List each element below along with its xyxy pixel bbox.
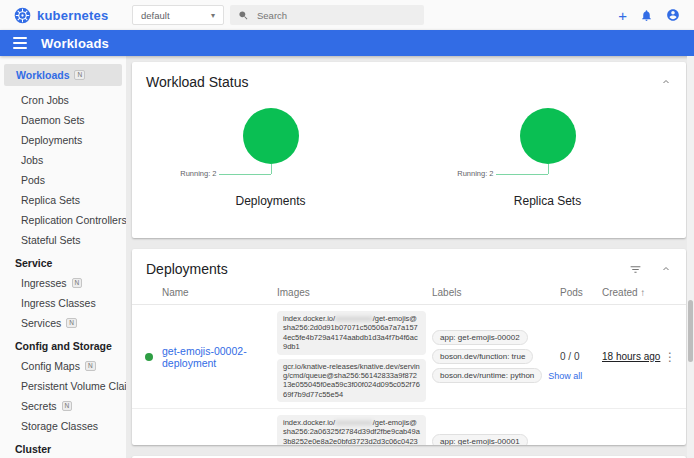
user-account-icon[interactable] <box>666 8 680 22</box>
sidebar-section-service: Service <box>0 250 126 273</box>
deployments-pie-chart: Running: 2 Deployments <box>132 98 409 226</box>
workload-status-title: Workload Status <box>146 74 248 90</box>
legend-connector <box>496 174 548 175</box>
sidebar-item-config-maps[interactable]: Config Maps N <box>0 356 126 376</box>
workload-status-card: Workload Status Running: 2 Deployments <box>132 62 686 238</box>
status-running-icon[interactable] <box>145 353 153 361</box>
collapse-chevron-up-icon[interactable] <box>660 76 672 88</box>
sidebar-item-storage-classes[interactable]: Storage Classes <box>0 416 126 436</box>
show-all-link[interactable]: Show all <box>548 371 582 381</box>
search-input[interactable] <box>257 10 397 21</box>
namespaced-badge: N <box>74 70 85 81</box>
image-chip: gcr.io/knative-releases/knative.dev/serv… <box>277 359 426 403</box>
sidebar-nav: Workloads N Cron Jobs Daemon Sets Deploy… <box>0 56 126 458</box>
sidebar-item-label: Persistent Volume Claims <box>21 380 126 392</box>
notifications-bell-icon[interactable] <box>640 9 653 22</box>
legend-connector <box>271 164 272 174</box>
sidebar-item-cron-jobs[interactable]: Cron Jobs <box>0 90 126 110</box>
page-toolbar: Workloads <box>0 30 694 56</box>
sidebar-item-label: Replication Controllers <box>21 214 126 226</box>
deployment-name-link[interactable]: get-emojis-00002-deployment <box>162 345 277 369</box>
table-row: get-emojis-00001-deployment index.docker… <box>132 409 686 445</box>
column-header-labels[interactable]: Labels <box>432 287 560 298</box>
sort-ascending-icon: ↑ <box>640 287 645 298</box>
replica-sets-pie-chart: Running: 2 Replica Sets <box>409 98 686 226</box>
column-header-images[interactable]: Images <box>277 287 432 298</box>
kubernetes-dashboard: kubernetes default ▾ + <box>0 0 694 458</box>
image-text: index.docker.io/ <box>283 314 335 323</box>
search-icon <box>238 10 249 21</box>
sidebar-item-ingress-classes[interactable]: Ingress Classes <box>0 293 126 313</box>
menu-hamburger-icon[interactable] <box>13 37 27 49</box>
sidebar-item-secrets[interactable]: Secrets N <box>0 396 126 416</box>
namespaced-badge: N <box>62 401 73 412</box>
namespace-value: default <box>141 10 170 21</box>
sidebar-item-ingresses[interactable]: Ingresses N <box>0 273 126 293</box>
column-header-created[interactable]: Created ↑ <box>602 287 656 298</box>
legend-connector <box>219 174 271 175</box>
sidebar-item-deployments[interactable]: Deployments <box>0 130 126 150</box>
row-menu-kebab-icon[interactable]: ⋮ <box>656 350 684 364</box>
sidebar-item-label: Config Maps <box>21 360 80 372</box>
label-chip: boson.dev/function: true <box>432 349 533 364</box>
sidebar-item-label: Ingresses <box>21 277 67 289</box>
sidebar-item-pods[interactable]: Pods <box>0 170 126 190</box>
table-row: get-emojis-00002-deployment index.docker… <box>132 305 686 409</box>
pie-legend: Running: 2 <box>180 169 216 178</box>
column-header-pods[interactable]: Pods <box>560 287 602 298</box>
redacted-username: xxxxxxxxxx <box>335 314 373 323</box>
sidebar-item-label: Deployments <box>21 134 82 146</box>
kubernetes-wheel-icon <box>14 7 31 24</box>
sidebar-item-label: Storage Classes <box>21 420 98 432</box>
search-bar[interactable] <box>230 5 424 25</box>
sidebar-section-config-storage: Config and Storage <box>0 333 126 356</box>
image-chip: index.docker.io/xxxxxxxxxx/get-emojis@sh… <box>277 415 426 445</box>
kubernetes-logo[interactable]: kubernetes <box>0 7 126 24</box>
sidebar-item-label: Pods <box>21 174 45 186</box>
pie-legend: Running: 2 <box>457 169 493 178</box>
legend-connector <box>548 164 549 174</box>
filter-icon[interactable] <box>629 263 642 276</box>
column-header-label: Created <box>602 287 638 298</box>
sidebar-item-services[interactable]: Services N <box>0 313 126 333</box>
pods-count: 0 / 0 <box>560 351 602 362</box>
sidebar-item-label: Services <box>21 317 61 329</box>
sidebar-item-label: Workloads <box>16 69 69 81</box>
deployments-card: Deployments Name Images Labels <box>132 249 686 445</box>
pie-slice-running[interactable] <box>520 108 576 164</box>
scrollbar-thumb[interactable] <box>688 300 693 362</box>
sidebar-item-jobs[interactable]: Jobs <box>0 150 126 170</box>
namespace-selector[interactable]: default ▾ <box>132 5 224 25</box>
namespaced-badge: N <box>85 361 96 372</box>
sidebar-item-replication-controllers[interactable]: Replication Controllers <box>0 210 126 230</box>
chart-title: Deployments <box>132 194 409 208</box>
column-header-name[interactable]: Name <box>162 287 277 298</box>
sidebar-item-label: Daemon Sets <box>21 114 85 126</box>
namespaced-badge: N <box>66 318 77 329</box>
sidebar-item-persistent-volume-claims[interactable]: Persistent Volume Claims N <box>0 376 126 396</box>
sidebar-item-stateful-sets[interactable]: Stateful Sets <box>0 230 126 250</box>
image-chip: index.docker.io/xxxxxxxxxx/get-emojis@sh… <box>277 311 426 355</box>
sidebar-item-label: Replica Sets <box>21 194 80 206</box>
image-text: index.docker.io/ <box>283 418 335 427</box>
sidebar-item-daemon-sets[interactable]: Daemon Sets <box>0 110 126 130</box>
labels-cell: app: get-emojis-00001 boson.dev/function… <box>432 434 560 445</box>
deployments-title: Deployments <box>146 261 228 277</box>
chevron-down-icon: ▾ <box>211 11 215 20</box>
label-chip: app: get-emojis-00002 <box>432 330 528 345</box>
table-header: Name Images Labels Pods Created ↑ <box>132 285 686 305</box>
sidebar-item-label: Jobs <box>21 154 43 166</box>
create-resource-button[interactable]: + <box>618 8 627 23</box>
sidebar-item-label: Secrets <box>21 400 57 412</box>
sidebar-item-workloads[interactable]: Workloads N <box>4 64 122 86</box>
labels-cell: app: get-emojis-00002 boson.dev/function… <box>432 330 560 383</box>
pie-slice-running[interactable] <box>243 108 299 164</box>
sidebar-item-replica-sets[interactable]: Replica Sets <box>0 190 126 210</box>
collapse-chevron-up-icon[interactable] <box>660 263 672 275</box>
created-timestamp[interactable]: 18 hours ago <box>602 351 656 362</box>
vertical-scrollbar[interactable] <box>687 56 694 458</box>
logo-text: kubernetes <box>37 8 108 23</box>
main-content: Workload Status Running: 2 Deployments <box>126 56 694 458</box>
sidebar-item-label: Cron Jobs <box>21 94 69 106</box>
sidebar-item-label: Stateful Sets <box>21 234 81 246</box>
